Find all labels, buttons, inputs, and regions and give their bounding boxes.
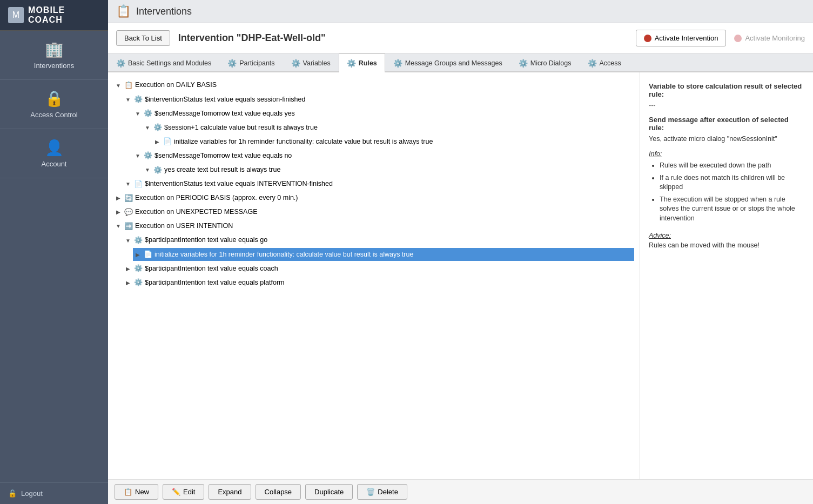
- label-r9: Execution on PERIODIC BASIS (approx. eve…: [135, 192, 298, 204]
- tab-basic-settings-label: Basic Settings and Modules: [128, 59, 211, 67]
- toggle-r15[interactable]: ▶: [124, 279, 132, 286]
- label-r6: $sendMessageTomorrow text value equals n…: [154, 150, 292, 162]
- logout-button[interactable]: 🔓 Logout: [0, 482, 108, 504]
- sidebar-item-access-control[interactable]: 🔒 Access Control: [0, 80, 108, 129]
- tab-participants[interactable]: ⚙️ Participants: [219, 53, 283, 72]
- tree-row-r1[interactable]: ▼ 📋 Execution on DAILY BASIS: [113, 79, 634, 92]
- label-r15: $participantIntention text value equals …: [145, 277, 285, 288]
- sidebar-item-interventions[interactable]: 🏢 Interventions: [0, 31, 108, 80]
- toggle-r8[interactable]: ▼: [124, 180, 132, 188]
- toggle-r14[interactable]: ▶: [124, 265, 132, 272]
- label-r8: $interventionStatus text value equals IN…: [145, 178, 333, 190]
- send-message-title: Send message after execution of selected…: [649, 116, 804, 132]
- toggle-r10[interactable]: ▶: [115, 209, 122, 216]
- action-bar: 📋 New ✏️ Edit Expand Collapse Duplicate …: [108, 479, 813, 504]
- label-r5: initialize variables for 1h reminder fun…: [174, 136, 433, 147]
- icon-r6: ⚙️: [144, 150, 152, 162]
- edit-button[interactable]: ✏️ Edit: [163, 484, 204, 500]
- toggle-r2[interactable]: ▼: [124, 96, 132, 103]
- tree-row-r3[interactable]: ▼ ⚙️ $sendMessageTomorrow text value equ…: [133, 107, 634, 120]
- tree-row-r6[interactable]: ▼ ⚙️ $sendMessageTomorrow text value equ…: [133, 149, 634, 162]
- tab-micro-dialogs[interactable]: ⚙️ Micro Dialogs: [510, 53, 580, 72]
- sidebar-logo: M MOBILE COACH: [0, 0, 108, 31]
- edit-label: Edit: [183, 488, 195, 496]
- activate-monitoring-dot-icon: [734, 35, 742, 42]
- icon-r14: ⚙️: [134, 263, 143, 274]
- toggle-r6[interactable]: ▼: [134, 152, 142, 160]
- tab-variables[interactable]: ⚙️ Variables: [283, 53, 339, 72]
- info-list: Rules will be executed down the path If …: [649, 161, 804, 223]
- info-item-1: If a rule does not match its children wi…: [660, 173, 804, 192]
- activate-intervention-button[interactable]: Activate Intervention: [636, 30, 727, 46]
- sidebar-item-account[interactable]: 👤 Account: [0, 129, 108, 178]
- account-icon: 👤: [45, 139, 64, 157]
- label-r12: $participantIntention text value equals …: [145, 234, 267, 246]
- tree-row-r10[interactable]: ▶ 💬 Execution on UNEXPECTED MESSAGE: [113, 206, 634, 219]
- toggle-r4[interactable]: ▼: [144, 124, 151, 131]
- toggle-r11[interactable]: ▼: [115, 223, 122, 230]
- tab-rules-icon: ⚙️: [347, 59, 356, 68]
- icon-r11: ➡️: [124, 220, 133, 232]
- toggle-r1[interactable]: ▼: [115, 82, 122, 89]
- tree-row-r14[interactable]: ▶ ⚙️ $participantIntention text value eq…: [123, 262, 634, 275]
- tree-node-r4: ▼ ⚙️ $session+1 calculate value but resu…: [143, 121, 634, 134]
- tab-rules[interactable]: ⚙️ Rules: [339, 53, 385, 72]
- activate-monitoring-label: Activate Monitoring: [745, 34, 805, 42]
- label-r3: $sendMessageTomorrow text value equals y…: [154, 108, 295, 119]
- icon-r5: 📄: [163, 136, 172, 147]
- tree-row-r15[interactable]: ▶ ⚙️ $participantIntention text value eq…: [123, 276, 634, 289]
- label-r10: Execution on UNEXPECTED MESSAGE: [135, 206, 257, 218]
- delete-label: Delete: [378, 488, 398, 496]
- tab-variables-icon: ⚙️: [291, 59, 300, 68]
- toggle-r3[interactable]: ▼: [134, 110, 142, 117]
- toggle-r12[interactable]: ▼: [124, 237, 132, 244]
- toggle-r9[interactable]: ▶: [115, 194, 122, 202]
- tree-row-r11[interactable]: ▼ ➡️ Execution on USER INTENTION: [113, 220, 634, 233]
- tree-row-r4[interactable]: ▼ ⚙️ $session+1 calculate value but resu…: [143, 121, 634, 134]
- tab-basic-settings[interactable]: ⚙️ Basic Settings and Modules: [108, 53, 219, 72]
- interventions-icon: 🏢: [45, 41, 64, 58]
- tree-node-r10: ▶ 💬 Execution on UNEXPECTED MESSAGE: [113, 206, 634, 219]
- label-r4: $session+1 calculate value but result is…: [164, 122, 318, 133]
- activate-monitoring-button[interactable]: Activate Monitoring: [734, 34, 805, 42]
- tree-row-r8[interactable]: ▼ 📄 $interventionStatus text value equal…: [123, 178, 634, 191]
- tab-message-groups[interactable]: ⚙️ Message Groups and Messages: [385, 53, 510, 72]
- access-control-icon: 🔒: [45, 90, 64, 107]
- logo-text: MOBILE COACH: [28, 5, 100, 25]
- new-button[interactable]: 📋 New: [115, 484, 158, 500]
- label-r2: $interventionStatus text value equals se…: [145, 94, 305, 105]
- tree-node-r1: ▼ 📋 Execution on DAILY BASIS: [113, 79, 634, 92]
- icon-r8: 📄: [134, 178, 143, 190]
- tree-row-r5[interactable]: ▶ 📄 initialize variables for 1h reminder…: [152, 135, 634, 148]
- tree-row-r7[interactable]: ▼ ⚙️ yes create text but result is alway…: [143, 164, 634, 177]
- label-r1: Execution on DAILY BASIS: [135, 79, 217, 91]
- toggle-r5[interactable]: ▶: [153, 138, 161, 145]
- tab-access[interactable]: ⚙️ Access: [580, 53, 629, 72]
- variable-value: ---: [649, 102, 804, 109]
- toggle-r7[interactable]: ▼: [144, 166, 151, 174]
- tree-node-r11: ▼ ➡️ Execution on USER INTENTION: [113, 220, 634, 233]
- tabs: ⚙️ Basic Settings and Modules ⚙️ Partici…: [108, 53, 813, 72]
- duplicate-button[interactable]: Duplicate: [305, 484, 353, 500]
- expand-button[interactable]: Expand: [209, 484, 251, 500]
- intervention-header: Back To List Intervention "DHP-Eat-Well-…: [108, 23, 813, 53]
- topbar-icon: 📋: [116, 4, 131, 18]
- tree-row-r12[interactable]: ▼ ⚙️ $participantIntention text value eq…: [123, 234, 634, 247]
- activate-intervention-label: Activate Intervention: [655, 34, 718, 42]
- collapse-button[interactable]: Collapse: [256, 484, 301, 500]
- back-to-list-button[interactable]: Back To List: [116, 30, 170, 46]
- tree-row-r2[interactable]: ▼ ⚙️ $interventionStatus text value equa…: [123, 93, 634, 106]
- tab-variables-label: Variables: [303, 59, 331, 67]
- send-message-value: Yes, activate micro dialog "newSessionIn…: [649, 135, 804, 143]
- topbar-title: Interventions: [136, 6, 192, 17]
- account-label: Account: [42, 160, 67, 168]
- label-r11: Execution on USER INTENTION: [135, 220, 233, 232]
- tab-participants-label: Participants: [239, 59, 274, 67]
- tab-basic-settings-icon: ⚙️: [116, 59, 125, 68]
- activate-dot-icon: [644, 35, 651, 42]
- delete-button[interactable]: 🗑️ Delete: [357, 484, 407, 500]
- toggle-r13[interactable]: ▶: [134, 251, 142, 258]
- new-label: New: [135, 488, 149, 496]
- tree-row-r13[interactable]: ▶ 📄 initialize variables for 1h reminder…: [133, 248, 634, 261]
- tree-row-r9[interactable]: ▶ 🔄 Execution on PERIODIC BASIS (approx.…: [113, 192, 634, 205]
